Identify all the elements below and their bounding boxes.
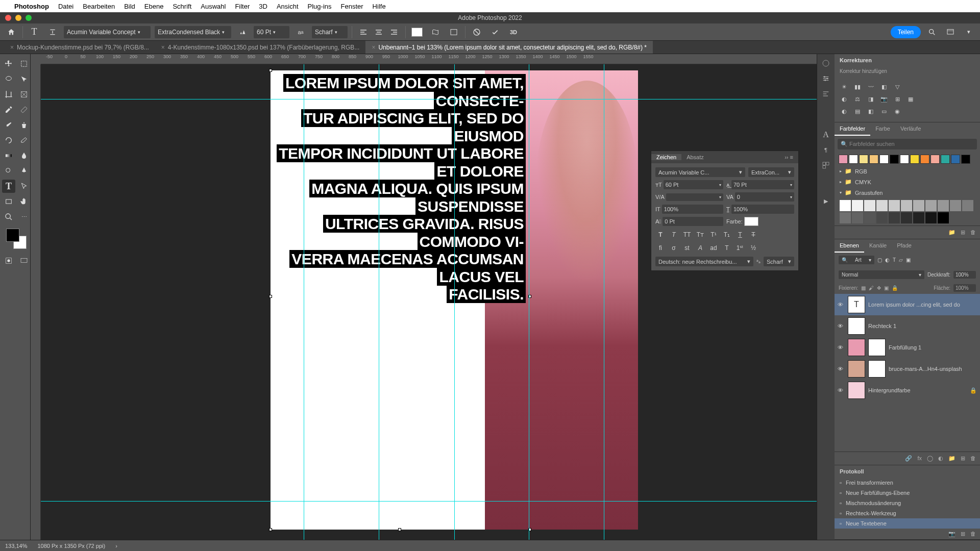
ligature-btn[interactable]: fi [655, 243, 666, 253]
color-swatch[interactable] [839, 155, 848, 164]
selective-color-icon[interactable]: ◉ [893, 107, 902, 116]
history-brush-tool[interactable] [2, 134, 15, 147]
layer-mask-icon[interactable]: ◯ [927, 455, 933, 462]
gray-swatch[interactable] [938, 212, 949, 223]
menu-help[interactable]: Hilfe [373, 3, 386, 10]
menu-select[interactable]: Auswahl [201, 3, 226, 10]
char-color[interactable] [744, 217, 758, 226]
visibility-icon[interactable]: 👁 [838, 344, 845, 350]
path-select-tool[interactable] [17, 180, 31, 193]
swatch-search[interactable]: 🔍 Farbfelder suchen [838, 139, 977, 149]
filter-type-icon[interactable]: T [893, 257, 896, 263]
layer-row[interactable]: 👁TLorem ipsum dolor ...cing elit, sed do [835, 294, 980, 315]
zoom-level[interactable]: 133,14% [5, 543, 27, 549]
swatch-folder-icon[interactable]: 📁 [948, 229, 955, 236]
blend-mode-dropdown[interactable]: Normal▾ [839, 270, 924, 279]
lock-transparency-icon[interactable]: ▦ [861, 285, 866, 291]
align-center[interactable] [372, 25, 386, 39]
paths-tab[interactable]: Pfade [892, 239, 917, 253]
eraser-tool[interactable] [17, 134, 31, 147]
char-tab[interactable]: Zeichen [651, 154, 681, 160]
char-language[interactable]: Deutsch: neue Rechtschreibu...▾ [655, 257, 753, 266]
char-leading[interactable]: 70 Pt▾ [731, 180, 794, 189]
3d-button[interactable]: 3D [506, 25, 521, 39]
visibility-icon[interactable]: 👁 [838, 323, 845, 329]
menu-view[interactable]: Ansicht [277, 3, 299, 10]
layers-tab[interactable]: Ebenen [835, 239, 864, 253]
layer-row[interactable]: 👁bruce-mars-A...Hn4-unsplash [835, 358, 980, 380]
gradients-tab[interactable]: Verläufe [895, 122, 926, 136]
curves-icon[interactable]: 〰 [866, 82, 875, 91]
para-tab[interactable]: Absatz [681, 154, 709, 160]
tab-close-icon[interactable]: × [161, 44, 165, 51]
brush-tool[interactable] [2, 118, 15, 132]
opacity-field[interactable]: 100% [953, 271, 976, 279]
warp-text[interactable] [428, 25, 443, 39]
tab-close-icon[interactable]: × [10, 44, 14, 51]
threshold-icon[interactable]: ◧ [866, 107, 875, 116]
artboard-tool[interactable] [17, 57, 31, 70]
edit-toolbar[interactable]: ⋯ [17, 210, 31, 223]
status-arrow[interactable]: › [115, 543, 117, 549]
share-button[interactable]: Teilen [891, 26, 921, 38]
posterize-icon[interactable]: ▤ [853, 107, 862, 116]
levels-icon[interactable]: ▮▮ [853, 82, 862, 91]
rgb-group[interactable]: ▸📁 RGB [835, 166, 980, 177]
lock-artboard-icon[interactable]: ▣ [884, 285, 889, 291]
character-panel-toggle[interactable] [447, 25, 461, 39]
history-item[interactable]: ▫Mischmodusänderung [835, 498, 980, 508]
vibrance-icon[interactable]: ▽ [893, 82, 902, 91]
history-item[interactable]: ▫Neue Textebene [835, 518, 980, 529]
char-style[interactable]: ExtraCon...▾ [748, 167, 794, 177]
italic-btn[interactable]: T [669, 230, 679, 239]
gray-swatch[interactable] [901, 212, 912, 223]
font-family-dropdown[interactable]: Acumin Variable Concept▾ [64, 26, 151, 38]
gray-swatch[interactable] [962, 200, 973, 211]
bw-icon[interactable]: ◨ [866, 94, 875, 104]
smallcaps-btn[interactable]: Tᴛ [695, 230, 705, 239]
exposure-icon[interactable]: ◧ [879, 82, 889, 91]
history-new-icon[interactable]: ⊞ [961, 531, 965, 537]
filter-image-icon[interactable]: ▢ [877, 257, 882, 263]
menu-image[interactable]: Bild [124, 3, 135, 10]
dodge-tool[interactable] [2, 164, 15, 178]
new-layer-icon[interactable]: ⊞ [961, 455, 965, 462]
stylistic-btn[interactable]: st [682, 243, 692, 253]
color-swatch[interactable] [941, 155, 950, 164]
gradient-map-icon[interactable]: ▭ [879, 107, 889, 116]
swatch-new-icon[interactable]: ⊞ [961, 229, 965, 236]
workspace-icon[interactable] [943, 25, 958, 39]
font-size-field[interactable]: 60 Pt▾ [254, 26, 289, 38]
minimize-window[interactable] [15, 15, 21, 21]
maximize-window[interactable] [26, 15, 32, 21]
layer-row[interactable]: 👁Rechteck 1 [835, 315, 980, 337]
photo-filter-icon[interactable]: 📷 [879, 94, 889, 104]
canvas-area[interactable]: -500501001502002503003504004505005506006… [31, 54, 817, 540]
align-left[interactable] [356, 25, 371, 39]
gray-swatch[interactable] [925, 212, 937, 223]
pen-tool[interactable] [17, 164, 31, 178]
gray-swatch[interactable] [864, 200, 875, 211]
history-item[interactable]: ▫Neue Farbfüllungs-Ebene [835, 488, 980, 498]
cmyk-group[interactable]: ▸📁 CMYK [835, 177, 980, 187]
cancel-edit[interactable] [470, 25, 484, 39]
foreground-background-colors[interactable] [6, 229, 27, 249]
channel-mixer-icon[interactable]: ⊞ [893, 94, 902, 104]
document-tab[interactable]: ×4-Kundenstimme-1080x1350.psd bei 137% (… [155, 41, 366, 54]
lasso-tool[interactable] [2, 72, 15, 86]
link-layers-icon[interactable]: 🔗 [905, 455, 912, 462]
healing-tool[interactable] [17, 103, 31, 116]
color-swatch[interactable] [900, 155, 909, 164]
menu-plugins[interactable]: Plug-ins [308, 3, 332, 10]
channels-tab[interactable]: Kanäle [864, 239, 892, 253]
menu-app[interactable]: Photoshop [14, 3, 49, 10]
lock-all-icon[interactable]: 🔒 [892, 285, 898, 291]
gray-swatch[interactable] [840, 200, 851, 211]
swatches-tab[interactable]: Farbfelder [835, 122, 870, 136]
gray-swatch[interactable] [876, 212, 888, 223]
underline-btn[interactable]: T [735, 230, 745, 239]
menu-layer[interactable]: Ebene [144, 3, 164, 10]
gray-swatch[interactable] [840, 212, 851, 223]
lut-icon[interactable]: ▦ [906, 94, 915, 104]
text-color[interactable] [410, 25, 424, 39]
